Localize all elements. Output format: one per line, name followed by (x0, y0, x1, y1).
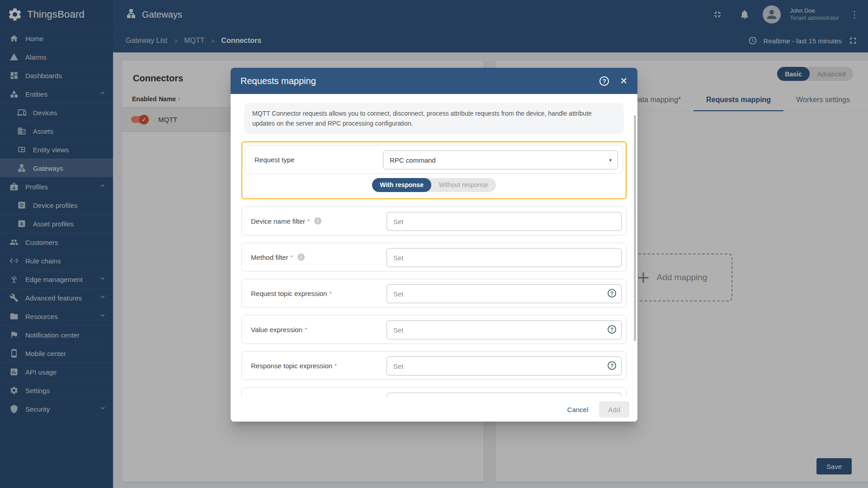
info-icon[interactable]: i (297, 253, 305, 261)
app-root: ThingsBoard Home Alarms Dashboards Entit… (0, 0, 868, 488)
method-filter-input[interactable] (387, 248, 622, 267)
value-expression-label: Value expression (251, 326, 302, 333)
dialog-header: Requests mapping ? ✕ (231, 68, 637, 94)
requests-mapping-dialog: Requests mapping ? ✕ MQTT Connector requ… (231, 68, 637, 422)
device-name-filter-row: Device name filter * i (241, 206, 627, 235)
cancel-button[interactable]: Cancel (561, 402, 595, 417)
response-topic-qos-row: Response topic QoS i 0 - At most once ▾ (241, 387, 627, 397)
request-topic-expression-input[interactable] (387, 284, 622, 303)
response-topic-expression-row: Response topic expression * ? (241, 351, 627, 380)
highlighted-section: Request type RPC command ▾ With response… (241, 141, 627, 199)
help-icon[interactable]: ? (608, 325, 616, 334)
request-type-row: Request type RPC command ▾ (245, 145, 623, 174)
required-marker: * (307, 218, 310, 225)
response-topic-qos-select[interactable]: 0 - At most once ▾ (387, 393, 622, 397)
required-marker: * (291, 254, 293, 261)
add-button[interactable]: Add (599, 401, 629, 418)
device-name-filter-input[interactable] (387, 212, 622, 231)
method-filter-label: Method filter (251, 253, 288, 261)
help-icon[interactable]: ? (599, 76, 609, 86)
dialog-scrollbar[interactable] (634, 115, 636, 341)
response-mode-toggle: With response Without response (245, 174, 623, 196)
without-response-option[interactable]: Without response (431, 178, 496, 192)
dialog-body: MQTT Connector requests allows you to co… (231, 94, 637, 397)
response-topic-expression-label: Response topic expression (251, 362, 332, 370)
request-type-value: RPC command (390, 156, 436, 164)
request-type-select[interactable]: RPC command ▾ (383, 150, 618, 169)
close-icon[interactable]: ✕ (620, 76, 627, 85)
device-name-filter-label: Device name filter (251, 217, 305, 225)
with-response-option[interactable]: With response (372, 178, 431, 192)
dialog-title: Requests mapping (241, 76, 316, 86)
help-icon[interactable]: ? (608, 289, 616, 298)
request-type-label: Request type (255, 156, 294, 164)
required-marker: * (335, 362, 337, 369)
dialog-footer: Cancel Add (231, 397, 637, 422)
required-marker: * (329, 290, 331, 297)
caret-down-icon: ▾ (609, 157, 612, 163)
method-filter-row: Method filter * i (241, 243, 627, 272)
value-expression-input[interactable] (387, 320, 622, 339)
value-expression-row: Value expression * ? (241, 315, 627, 344)
help-icon[interactable]: ? (608, 361, 616, 370)
dialog-description: MQTT Connector requests allows you to co… (244, 103, 624, 134)
required-marker: * (305, 326, 307, 333)
response-topic-expression-input[interactable] (387, 357, 622, 375)
request-topic-expression-label: Request topic expression (251, 290, 327, 297)
request-topic-expression-row: Request topic expression * ? (241, 279, 627, 308)
info-icon[interactable]: i (314, 217, 321, 225)
